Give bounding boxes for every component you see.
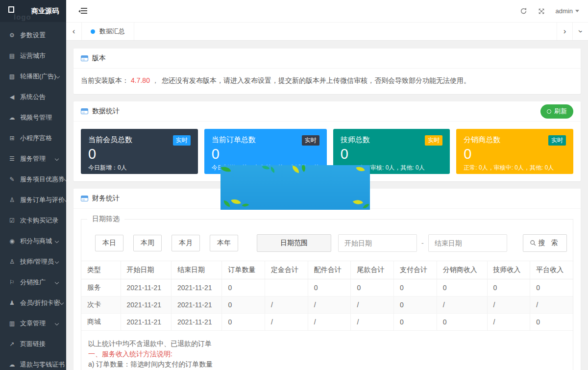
- sidebar-item-label: 运营城市: [20, 51, 46, 60]
- user-menu[interactable]: admin: [556, 7, 579, 15]
- tabs-scroll-right-icon[interactable]: ›: [557, 23, 572, 40]
- realtime-badge: 实时: [302, 135, 319, 146]
- order-review-icon: ♙: [8, 197, 16, 203]
- sidebar-item-label: 系统公告: [20, 93, 46, 101]
- leaf-decoration: [292, 166, 300, 173]
- stat-card-title: 技师总数: [341, 135, 370, 145]
- column-header: 技师收入: [487, 261, 530, 279]
- tabbar-spacer: [134, 23, 557, 40]
- announcement-icon: ◀: [8, 94, 16, 100]
- table-cell: 0: [394, 279, 437, 296]
- sidebar-item-10[interactable]: ☑次卡购买记录: [0, 210, 66, 231]
- sidebar-item-label: 技师/管理员: [20, 257, 54, 266]
- table-cell: 0: [394, 314, 437, 331]
- promo-image[interactable]: [220, 165, 370, 210]
- sidebar-item-15[interactable]: ▥文章管理: [0, 313, 66, 334]
- table-cell: 0: [351, 279, 394, 296]
- topbar: admin: [66, 0, 588, 22]
- stat-card-title: 当前订单总数: [212, 135, 256, 145]
- sidebar-item-5[interactable]: ☁视频号管理: [0, 107, 66, 128]
- sidebar-item-13[interactable]: ⚐分销推广: [0, 272, 66, 293]
- table-cell: /: [487, 296, 530, 314]
- panel-card-icon: [81, 196, 88, 201]
- collapse-menu-icon[interactable]: [78, 8, 87, 14]
- table-cell: 次卡: [81, 296, 121, 314]
- stat-card-value: 0: [341, 147, 443, 162]
- app-window: logo 商业源码 ⚙参数设置▤运营城市▧轮播图(广告)◀系统公告☁视频号管理⊞…: [0, 0, 588, 370]
- tabs-scroll-left-icon[interactable]: ‹: [66, 23, 82, 40]
- gear-icon: ⚙: [8, 32, 16, 39]
- sidebar-item-6[interactable]: ⊞小程序宫格: [0, 128, 66, 148]
- sidebar: logo 商业源码 ⚙参数设置▤运营城市▧轮播图(广告)◀系统公告☁视频号管理⊞…: [0, 0, 66, 370]
- version-hint: 您还没有发布版本，请进入发布设置，提交新的版本并上传微信审核，否则会导致部分功能…: [162, 76, 470, 84]
- table-cell: [265, 279, 308, 296]
- table-cell: 0: [222, 314, 265, 331]
- refund-icon: ☁: [8, 361, 16, 368]
- sidebar-item-12[interactable]: ♙技师/管理员: [0, 251, 66, 272]
- version-prefix: 当前安装版本：: [81, 76, 129, 84]
- quick-date-button-1[interactable]: 本日: [95, 235, 123, 251]
- column-header: 支付合计: [394, 261, 437, 279]
- date-range-button[interactable]: 日期范围: [257, 234, 331, 252]
- panel-title: 财务统计: [92, 194, 120, 203]
- table-cell: /: [530, 296, 573, 314]
- leaf-decoration: [221, 165, 231, 173]
- stat-card-4: 分销商总数实时0正常: 0人，审核中: 0人，其他: 0人: [456, 129, 573, 174]
- sidebar-item-1[interactable]: ⚙参数设置: [0, 25, 66, 46]
- sidebar-item-9[interactable]: ♙服务订单与评价: [0, 190, 66, 210]
- table-cell: 2021-11-21: [171, 296, 221, 314]
- realtime-badge: 实时: [548, 135, 566, 146]
- tabbar: ‹ 数据汇总 › ›: [66, 22, 588, 41]
- leaf-decoration: [299, 165, 308, 172]
- refresh-button[interactable]: 刷新: [540, 104, 573, 119]
- sidebar-item-7[interactable]: ☰服务管理: [0, 148, 66, 169]
- sidebar-item-14[interactable]: ♟会员/折扣卡密: [0, 293, 66, 313]
- fullscreen-icon[interactable]: [538, 8, 545, 15]
- date-separator: -: [421, 239, 424, 247]
- column-header: 配件合计: [308, 261, 351, 279]
- sidebar-item-label: 小程序宫格: [20, 134, 52, 143]
- mall-icon: ◉: [8, 238, 16, 245]
- table-cell: 2021-11-21: [121, 279, 171, 296]
- table-row: 服务2021-11-212021-11-210000000: [81, 279, 573, 296]
- column-header: 尾款合计: [351, 261, 394, 279]
- refresh-icon[interactable]: [520, 7, 527, 15]
- chevron-down-icon: [55, 74, 59, 78]
- username: admin: [556, 7, 573, 15]
- stat-card-subtext: 正常: 0人，审核中: 0人，其他: 0人: [464, 164, 566, 172]
- staff-icon: ♙: [8, 258, 16, 265]
- note-line: 一、服务收入统计方法说明:: [88, 349, 566, 359]
- coupon-icon: ✎: [8, 176, 16, 183]
- table-cell: 0: [394, 296, 437, 314]
- stat-card-value: 0: [88, 147, 191, 162]
- start-date-input[interactable]: [338, 234, 417, 252]
- sidebar-item-17[interactable]: ☁退款与零钱证书: [0, 354, 66, 370]
- end-date-input[interactable]: [428, 234, 507, 252]
- statistics-notes: 以上统计中均不含退款中、已退款的订单一、服务收入统计方法说明:a) 订单数量：筛…: [88, 339, 566, 370]
- sidebar-item-11[interactable]: ◉积分与商城: [0, 231, 66, 251]
- app-title: 商业源码: [31, 7, 59, 16]
- table-cell: 商城: [81, 314, 121, 331]
- sidebar-item-2[interactable]: ▤运营城市: [0, 46, 66, 66]
- carousel-icon: ▧: [8, 73, 16, 80]
- table-cell: 0: [530, 314, 573, 331]
- sidebar-item-3[interactable]: ▧轮播图(广告): [0, 66, 66, 87]
- sidebar-item-16[interactable]: ↗页面链接: [0, 334, 66, 354]
- search-icon: [530, 240, 537, 247]
- sidebar-item-4[interactable]: ◀系统公告: [0, 87, 66, 107]
- article-icon: ▥: [8, 320, 16, 327]
- quick-date-button-3[interactable]: 本月: [172, 235, 200, 251]
- tab-data-summary[interactable]: 数据汇总: [82, 23, 134, 40]
- quick-date-buttons: 本日本周本月本年: [95, 235, 248, 251]
- version-message: 当前安装版本：4.7.80，您还没有发布版本，请进入发布设置，提交新的版本并上传…: [74, 69, 581, 94]
- date-filter-row: 本日本周本月本年 日期范围 - 搜 索: [95, 234, 573, 252]
- tab-label: 数据汇总: [99, 27, 125, 36]
- sidebar-item-8[interactable]: ✎服务项目优惠券: [0, 169, 66, 190]
- sidebar-item-label: 页面链接: [20, 340, 46, 348]
- panel-card-icon: [81, 108, 88, 114]
- stat-card-title: 当前会员总数: [88, 135, 132, 145]
- tabs-menu-icon[interactable]: ›: [572, 23, 588, 40]
- quick-date-button-4[interactable]: 本年: [210, 235, 238, 251]
- search-button[interactable]: 搜 索: [523, 234, 567, 252]
- quick-date-button-2[interactable]: 本周: [133, 235, 162, 251]
